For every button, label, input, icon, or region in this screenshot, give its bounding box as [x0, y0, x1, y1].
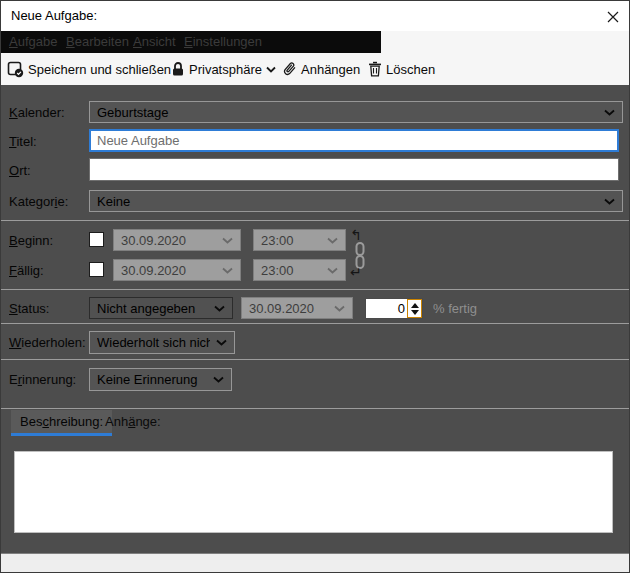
chevron-down-icon	[327, 237, 338, 244]
titel-input[interactable]	[89, 129, 619, 152]
chevron-down-icon	[222, 267, 233, 274]
beginn-date-combo: 30.09.2020	[113, 229, 241, 251]
faellig-label: Fällig:	[9, 263, 44, 278]
titlebar: Neue Aufgabe:	[1, 1, 629, 31]
spinner-down-icon[interactable]	[411, 310, 419, 315]
faellig-date-combo: 30.09.2020	[113, 259, 241, 281]
status-date-combo: 30.09.2020	[241, 297, 353, 319]
separator	[1, 408, 630, 409]
percent-complete-input[interactable]	[366, 299, 407, 318]
ort-label: Ort:	[9, 163, 31, 178]
erinnerung-value: Keine Erinnerung	[97, 372, 207, 387]
attach-label: Anhängen	[301, 62, 360, 77]
save-and-close-label: Speichern und schließen	[28, 62, 171, 77]
chevron-down-icon	[266, 66, 276, 73]
beginn-date-value: 30.09.2020	[121, 233, 216, 248]
chevron-down-icon	[604, 109, 615, 116]
status-date-value: 30.09.2020	[249, 301, 328, 316]
separator	[1, 220, 630, 221]
lock-icon	[171, 61, 185, 77]
beginn-checkbox[interactable]	[89, 232, 104, 247]
menu-aufgabe[interactable]: Aufgabe	[9, 31, 57, 53]
separator	[1, 289, 630, 290]
wiederholen-value: Wiederholt sich nicht	[97, 335, 210, 350]
delete-label: Löschen	[386, 62, 435, 77]
chevron-down-icon	[214, 305, 225, 312]
link-bottom-arrow-icon: ↵	[350, 265, 362, 279]
spinner-buttons[interactable]	[407, 299, 422, 318]
trash-icon	[368, 61, 382, 77]
chevron-down-icon	[213, 376, 224, 383]
percent-complete-spinner[interactable]	[365, 298, 423, 319]
paperclip-icon	[283, 61, 297, 77]
percent-fertig-label: % fertig	[433, 301, 477, 316]
wiederholen-label: Wiederholen:	[9, 335, 86, 350]
chevron-down-icon	[334, 305, 345, 312]
menu-ansicht[interactable]: Ansicht	[133, 31, 176, 53]
close-icon[interactable]	[605, 9, 621, 25]
delete-button[interactable]: Löschen	[368, 53, 435, 85]
description-textarea[interactable]	[14, 451, 613, 533]
chevron-down-icon	[604, 198, 615, 205]
statusbar	[1, 553, 629, 573]
erinnerung-select[interactable]: Keine Erinnerung	[89, 368, 232, 391]
beginn-time-value: 23:00	[261, 233, 321, 248]
chevron-down-icon	[222, 237, 233, 244]
kategorie-label: Kategorie:	[9, 194, 68, 209]
kategorie-value: Keine	[97, 194, 598, 209]
kalender-label: Kalender:	[9, 105, 65, 120]
chevron-down-icon	[216, 339, 227, 346]
separator	[1, 323, 630, 324]
kalender-select[interactable]: Geburtstage	[89, 101, 623, 123]
kalender-value: Geburtstage	[97, 105, 598, 120]
status-value: Nicht angegeben	[97, 301, 208, 316]
save-and-close-button[interactable]: Speichern und schließen	[7, 53, 171, 85]
tab-anhaenge[interactable]: Anhänge:	[96, 410, 170, 433]
wiederholen-select[interactable]: Wiederholt sich nicht	[89, 331, 235, 354]
menubar: Aufgabe Bearbeiten Ansicht Einstellungen	[1, 31, 629, 53]
spinner-up-icon[interactable]	[411, 303, 419, 308]
kategorie-select[interactable]: Keine	[89, 190, 623, 212]
status-select[interactable]: Nicht angegeben	[89, 297, 233, 319]
menu-einstellungen[interactable]: Einstellungen	[184, 31, 262, 53]
toolbar: Speichern und schließen Privatsphäre Anh…	[1, 53, 629, 85]
beginn-time-combo: 23:00	[253, 229, 346, 251]
separator	[1, 359, 630, 360]
menu-bearbeiten[interactable]: Bearbeiten	[66, 31, 129, 53]
titel-label: Titel:	[9, 134, 37, 149]
faellig-date-value: 30.09.2020	[121, 263, 216, 278]
new-task-dialog: Neue Aufgabe: Aufgabe Bearbeiten Ansicht…	[0, 0, 630, 573]
privacy-button[interactable]: Privatsphäre	[171, 53, 276, 85]
faellig-time-combo: 23:00	[253, 259, 346, 281]
beginn-label: Beginn:	[9, 233, 53, 248]
faellig-time-value: 23:00	[261, 263, 321, 278]
link-top-arrow-icon: ↰	[350, 228, 362, 242]
faellig-checkbox[interactable]	[89, 262, 104, 277]
chevron-down-icon	[327, 267, 338, 274]
privacy-label: Privatsphäre	[189, 62, 262, 77]
window-title: Neue Aufgabe:	[11, 1, 97, 31]
ort-input[interactable]	[89, 158, 619, 181]
erinnerung-label: Erinnerung:	[9, 372, 76, 387]
save-close-icon	[7, 61, 24, 78]
status-label: Status:	[9, 301, 49, 316]
menubar-dark-area: Aufgabe Bearbeiten Ansicht Einstellungen	[1, 31, 381, 53]
attach-button[interactable]: Anhängen	[283, 53, 360, 85]
